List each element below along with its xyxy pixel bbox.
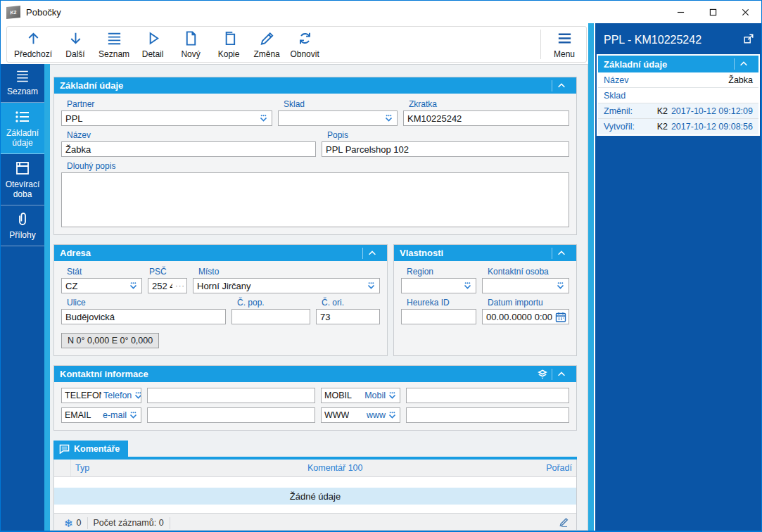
sidebar-item-label: Seznam bbox=[7, 87, 38, 96]
next-button[interactable]: Další bbox=[56, 28, 94, 61]
edit-button[interactable]: Změna bbox=[248, 28, 286, 61]
heureka-id-input[interactable] bbox=[401, 309, 476, 324]
chevron-up-icon bbox=[557, 369, 566, 379]
calendar-icon[interactable] bbox=[555, 312, 567, 322]
sidebar-accent-strip bbox=[44, 64, 50, 531]
collapse-button[interactable] bbox=[734, 58, 753, 70]
nazev-input[interactable] bbox=[61, 141, 316, 157]
section-title: Adresa bbox=[60, 248, 91, 258]
region-combo[interactable] bbox=[401, 278, 476, 293]
popout-button[interactable] bbox=[743, 33, 754, 47]
ulice-input[interactable] bbox=[61, 309, 226, 324]
contact-type-combo[interactable]: WWW www bbox=[321, 407, 400, 423]
grid-empty-space bbox=[54, 477, 576, 488]
comment-icon bbox=[59, 444, 70, 454]
chevron-up-icon bbox=[367, 248, 377, 258]
right-info-panel: PPL - KM10225242 Základní údaje Název Ža… bbox=[595, 23, 761, 531]
dropdown-icon[interactable] bbox=[367, 281, 376, 290]
maximize-button[interactable] bbox=[697, 1, 729, 23]
contact-type-combo[interactable]: MOBIL Mobil bbox=[321, 388, 400, 403]
minimize-button[interactable] bbox=[664, 1, 697, 23]
misto-combo[interactable]: Horní Jirčany bbox=[193, 278, 380, 293]
section-zakladni-udaje: Základní údaje Partner PPL bbox=[53, 77, 577, 235]
chevron-up-icon bbox=[557, 81, 566, 91]
dropdown-icon[interactable] bbox=[129, 281, 138, 290]
play-icon bbox=[145, 30, 161, 46]
frozen-count: 0 bbox=[77, 518, 82, 528]
section-adresa: Adresa Stát CZ bbox=[53, 244, 388, 356]
kontaktni-osoba-combo[interactable] bbox=[482, 278, 569, 293]
main-content: Základní údaje Partner PPL bbox=[50, 64, 588, 531]
sidebar-item-seznam[interactable]: Seznam bbox=[1, 64, 44, 103]
stat-label: Stát bbox=[67, 267, 142, 277]
email-input[interactable] bbox=[147, 407, 315, 423]
nazev-label: Název bbox=[67, 130, 316, 140]
psc-input[interactable]: 252 4 ··· bbox=[148, 278, 187, 293]
layers-button[interactable] bbox=[533, 369, 552, 380]
edit-grid-button[interactable] bbox=[558, 516, 572, 530]
dropdown-icon[interactable] bbox=[463, 281, 472, 290]
c-ori-label: Č. ori. bbox=[322, 298, 380, 308]
sklad-combo[interactable] bbox=[278, 110, 398, 126]
dropdown-icon[interactable] bbox=[556, 281, 565, 290]
c-ori-input[interactable] bbox=[316, 309, 380, 324]
list-button[interactable]: Seznam bbox=[94, 28, 134, 61]
mobil-input[interactable] bbox=[406, 388, 569, 403]
gps-coordinates-button[interactable]: N 0° 0,000 E 0° 0,000 bbox=[61, 333, 159, 348]
dropdown-icon[interactable] bbox=[134, 391, 141, 400]
sidebar-item-oteviraci-doba[interactable]: Otevírací doba bbox=[1, 154, 44, 205]
detail-button[interactable]: Detail bbox=[134, 28, 172, 61]
collapse-button[interactable] bbox=[362, 248, 381, 259]
column-typ[interactable]: Typ bbox=[71, 463, 303, 473]
tab-komentare[interactable]: Komentáře bbox=[53, 441, 128, 457]
tab-label: Komentáře bbox=[74, 444, 120, 454]
collapse-button[interactable] bbox=[552, 80, 571, 91]
previous-button[interactable]: Předchozí bbox=[10, 28, 56, 61]
created-by: K2 bbox=[657, 122, 668, 132]
c-pop-input[interactable] bbox=[231, 309, 310, 324]
contact-type-combo[interactable]: TELEFON Telefon bbox=[61, 388, 141, 403]
collapse-button[interactable] bbox=[552, 248, 571, 259]
menu-button[interactable]: Menu bbox=[545, 28, 583, 61]
column-komentar[interactable]: Komentář 100 bbox=[303, 463, 535, 473]
frozen-records-cell[interactable]: ❄ 0 bbox=[58, 517, 88, 529]
dlouhy-popis-textarea[interactable] bbox=[61, 172, 569, 227]
zkratka-input[interactable] bbox=[403, 110, 569, 126]
datum-importu-label: Datum importu bbox=[488, 298, 569, 308]
partner-combo[interactable]: PPL bbox=[61, 110, 272, 126]
column-poradi[interactable]: Pořadí bbox=[535, 463, 576, 473]
section-kontaktni-informace: Kontaktní informace TELEFON Telefon bbox=[53, 365, 577, 431]
dropdown-icon[interactable] bbox=[129, 411, 138, 419]
sidebar-item-prilohy[interactable]: Přílohy bbox=[1, 205, 44, 246]
close-button[interactable] bbox=[729, 1, 761, 23]
datum-importu-input[interactable]: 00.00.0000 0:00 bbox=[482, 309, 569, 324]
edit-label: Změna bbox=[253, 50, 279, 59]
grid-no-data-row: Žádné údaje bbox=[54, 488, 576, 505]
section-header: Adresa bbox=[54, 245, 387, 261]
www-input[interactable] bbox=[406, 407, 569, 423]
dropdown-icon[interactable] bbox=[384, 114, 393, 122]
heureka-id-label: Heureka ID bbox=[407, 298, 476, 308]
info-row-nazev: Název Žabka bbox=[598, 72, 758, 88]
info-row-sklad: Sklad bbox=[598, 88, 758, 103]
stat-combo[interactable]: CZ bbox=[61, 278, 142, 293]
new-button[interactable]: Nový bbox=[172, 28, 210, 61]
refresh-label: Obnovit bbox=[290, 50, 319, 59]
dropdown-icon[interactable] bbox=[388, 411, 397, 419]
grid-icon-column[interactable] bbox=[54, 460, 71, 476]
new-label: Nový bbox=[181, 50, 200, 59]
contact-type-combo[interactable]: EMAIL e-mail bbox=[61, 407, 141, 423]
toolbar-separator bbox=[540, 30, 541, 59]
section-title: Vlastnosti bbox=[400, 248, 443, 258]
dropdown-icon[interactable] bbox=[259, 114, 268, 122]
app-icon: K2 bbox=[6, 5, 20, 18]
telefon-input[interactable] bbox=[147, 388, 315, 403]
info-row-zmenil: Změnil: K22017-10-12 09:12:09 bbox=[598, 103, 758, 119]
dropdown-icon[interactable] bbox=[388, 391, 397, 400]
refresh-button[interactable]: Obnovit bbox=[286, 28, 324, 61]
copy-icon bbox=[221, 30, 237, 46]
collapse-button[interactable] bbox=[552, 369, 571, 380]
sidebar-item-zakladni-udaje[interactable]: Základní údaje bbox=[1, 103, 44, 154]
copy-button[interactable]: Kopie bbox=[210, 28, 248, 61]
popis-input[interactable] bbox=[322, 141, 569, 157]
